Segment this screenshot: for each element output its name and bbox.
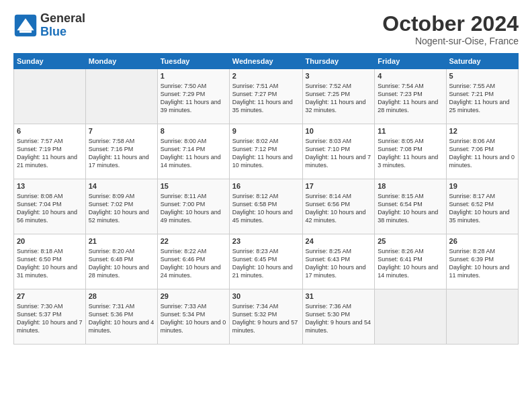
day-info: Daylight: 11 hours and 10 minutes. — [232, 153, 300, 169]
day-info: Sunrise: 8:09 AM — [89, 192, 154, 200]
day-info: Sunset: 5:32 PM — [232, 310, 300, 318]
day-info: Sunrise: 8:00 AM — [161, 137, 226, 145]
day-number: 6 — [17, 126, 83, 136]
day-info: Sunset: 7:16 PM — [89, 145, 154, 153]
logo-blue: Blue — [40, 26, 85, 39]
day-info: Sunset: 6:45 PM — [232, 255, 300, 263]
day-info: Sunset: 6:56 PM — [306, 200, 372, 208]
day-info: Sunset: 6:46 PM — [161, 255, 226, 263]
day-info: Sunset: 7:23 PM — [378, 90, 443, 98]
calendar-cell: 4Sunrise: 7:54 AMSunset: 7:23 PMDaylight… — [375, 69, 446, 124]
day-info: Sunrise: 7:55 AM — [449, 82, 515, 90]
day-info: Daylight: 11 hours and 21 minutes. — [17, 153, 83, 169]
calendar-cell: 30Sunrise: 7:34 AMSunset: 5:32 PMDayligh… — [229, 289, 302, 345]
day-info: Daylight: 10 hours and 31 minutes. — [17, 263, 83, 279]
column-header-sunday: Sunday — [14, 54, 86, 69]
day-info: Sunrise: 7:51 AM — [232, 82, 300, 90]
day-info: Sunset: 7:21 PM — [449, 90, 515, 98]
day-info: Daylight: 10 hours and 38 minutes. — [378, 208, 443, 224]
day-number: 16 — [232, 181, 300, 191]
calendar-cell: 17Sunrise: 8:14 AMSunset: 6:56 PMDayligh… — [302, 179, 375, 234]
calendar-cell: 14Sunrise: 8:09 AMSunset: 7:02 PMDayligh… — [85, 179, 157, 234]
day-number: 30 — [232, 291, 300, 302]
day-info: Daylight: 10 hours and 24 minutes. — [161, 263, 226, 279]
day-number: 20 — [17, 236, 83, 246]
day-info: Daylight: 10 hours and 21 minutes. — [232, 263, 300, 279]
day-info: Sunrise: 8:11 AM — [161, 192, 226, 200]
calendar-cell: 20Sunrise: 8:18 AMSunset: 6:50 PMDayligh… — [14, 234, 86, 289]
calendar-cell: 27Sunrise: 7:30 AMSunset: 5:37 PMDayligh… — [14, 289, 86, 345]
day-number: 18 — [378, 181, 443, 191]
calendar-cell: 2Sunrise: 7:51 AMSunset: 7:27 PMDaylight… — [229, 69, 302, 124]
day-number: 15 — [161, 181, 226, 191]
logo-general: General — [40, 12, 85, 26]
calendar-cell — [85, 69, 157, 124]
day-info: Sunset: 5:30 PM — [306, 310, 372, 318]
day-info: Daylight: 10 hours and 11 minutes. — [449, 263, 515, 279]
day-number: 4 — [378, 71, 443, 81]
calendar-cell: 29Sunrise: 7:33 AMSunset: 5:34 PMDayligh… — [157, 289, 229, 345]
day-info: Sunrise: 8:06 AM — [449, 137, 515, 145]
calendar-cell: 24Sunrise: 8:25 AMSunset: 6:43 PMDayligh… — [302, 234, 375, 289]
day-info: Sunset: 7:06 PM — [449, 145, 515, 153]
day-info: Sunset: 6:39 PM — [449, 255, 515, 263]
logo-icon — [13, 13, 38, 38]
day-info: Sunrise: 7:58 AM — [89, 137, 154, 145]
day-number: 23 — [232, 236, 300, 246]
day-info: Sunset: 6:58 PM — [232, 200, 300, 208]
page-header: General Blue October 2024 Nogent-sur-Ois… — [13, 12, 519, 46]
day-info: Sunset: 6:54 PM — [378, 200, 443, 208]
day-number: 14 — [89, 181, 154, 191]
day-info: Daylight: 11 hours and 7 minutes. — [306, 153, 372, 169]
column-header-wednesday: Wednesday — [229, 54, 302, 69]
calendar-cell: 6Sunrise: 7:57 AMSunset: 7:19 PMDaylight… — [14, 124, 86, 179]
day-info: Daylight: 11 hours and 28 minutes. — [378, 98, 443, 114]
day-info: Sunset: 7:10 PM — [306, 145, 372, 153]
day-info: Daylight: 10 hours and 7 minutes. — [17, 318, 83, 334]
day-info: Sunrise: 8:22 AM — [161, 247, 226, 255]
day-info: Sunrise: 7:50 AM — [161, 82, 226, 90]
day-info: Sunrise: 8:14 AM — [306, 192, 372, 200]
day-info: Sunset: 6:52 PM — [449, 200, 515, 208]
day-number: 9 — [232, 126, 300, 136]
day-info: Sunrise: 8:23 AM — [232, 247, 300, 255]
day-info: Sunrise: 8:26 AM — [378, 247, 443, 255]
day-info: Sunrise: 7:54 AM — [378, 82, 443, 90]
column-header-tuesday: Tuesday — [157, 54, 229, 69]
day-info: Sunrise: 8:18 AM — [17, 247, 83, 255]
day-info: Daylight: 11 hours and 17 minutes. — [89, 153, 154, 169]
day-info: Sunset: 7:12 PM — [232, 145, 300, 153]
day-info: Daylight: 10 hours and 49 minutes. — [161, 208, 226, 224]
day-info: Daylight: 11 hours and 14 minutes. — [161, 153, 226, 169]
day-info: Sunrise: 8:17 AM — [449, 192, 515, 200]
day-info: Sunrise: 8:03 AM — [306, 137, 372, 145]
calendar-header: SundayMondayTuesdayWednesdayThursdayFrid… — [14, 54, 519, 69]
day-number: 24 — [306, 236, 372, 246]
day-info: Sunrise: 8:25 AM — [306, 247, 372, 255]
day-info: Sunset: 7:19 PM — [17, 145, 83, 153]
calendar-cell: 26Sunrise: 8:28 AMSunset: 6:39 PMDayligh… — [446, 234, 518, 289]
column-header-monday: Monday — [85, 54, 157, 69]
calendar-cell: 23Sunrise: 8:23 AMSunset: 6:45 PMDayligh… — [229, 234, 302, 289]
day-info: Sunset: 7:25 PM — [306, 90, 372, 98]
day-info: Sunrise: 8:02 AM — [232, 137, 300, 145]
day-number: 28 — [89, 291, 154, 302]
column-header-thursday: Thursday — [302, 54, 375, 69]
day-info: Sunset: 6:48 PM — [89, 255, 154, 263]
day-info: Sunset: 7:04 PM — [17, 200, 83, 208]
day-info: Daylight: 10 hours and 4 minutes. — [89, 318, 154, 334]
calendar-cell: 9Sunrise: 8:02 AMSunset: 7:12 PMDaylight… — [229, 124, 302, 179]
calendar-cell: 3Sunrise: 7:52 AMSunset: 7:25 PMDaylight… — [302, 69, 375, 124]
day-number: 3 — [306, 71, 372, 81]
calendar-cell: 28Sunrise: 7:31 AMSunset: 5:36 PMDayligh… — [85, 289, 157, 345]
day-number: 5 — [449, 71, 515, 81]
day-info: Daylight: 10 hours and 42 minutes. — [306, 208, 372, 224]
calendar-cell: 8Sunrise: 8:00 AMSunset: 7:14 PMDaylight… — [157, 124, 229, 179]
day-info: Sunrise: 7:31 AM — [89, 302, 154, 310]
calendar-cell: 11Sunrise: 8:05 AMSunset: 7:08 PMDayligh… — [375, 124, 446, 179]
calendar-cell: 25Sunrise: 8:26 AMSunset: 6:41 PMDayligh… — [375, 234, 446, 289]
day-number: 8 — [161, 126, 226, 136]
calendar-cell: 7Sunrise: 7:58 AMSunset: 7:16 PMDaylight… — [85, 124, 157, 179]
calendar-cell: 21Sunrise: 8:20 AMSunset: 6:48 PMDayligh… — [85, 234, 157, 289]
day-number: 11 — [378, 126, 443, 136]
